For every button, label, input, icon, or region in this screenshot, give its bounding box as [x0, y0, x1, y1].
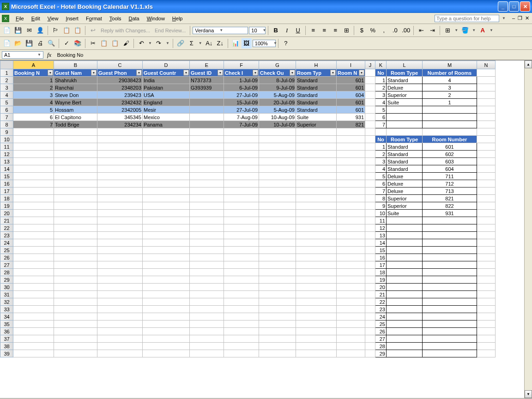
cell[interactable]	[296, 232, 337, 239]
cell[interactable]	[296, 136, 337, 143]
cell[interactable]: 2	[13, 84, 54, 91]
help-dropdown-icon[interactable]: ▼	[501, 16, 507, 20]
cell[interactable]	[296, 335, 337, 343]
cell[interactable]	[97, 202, 143, 210]
row-header-22[interactable]: 22	[0, 224, 13, 232]
cell[interactable]	[259, 165, 296, 173]
cell[interactable]: 2342005	[97, 106, 143, 114]
col-header-D[interactable]: D	[143, 61, 190, 69]
cell[interactable]	[387, 217, 423, 224]
cell[interactable]	[97, 224, 143, 232]
cell[interactable]	[224, 343, 259, 350]
cell[interactable]	[259, 269, 296, 276]
row-header-29[interactable]: 29	[0, 276, 13, 284]
cell[interactable]	[337, 269, 365, 276]
cell[interactable]: Deluxe	[387, 173, 423, 180]
cell[interactable]: 28	[375, 343, 387, 350]
cell[interactable]	[296, 202, 337, 210]
cell[interactable]: 13	[375, 232, 387, 239]
filter-dropdown-icon[interactable]: ▼	[183, 70, 189, 76]
cell[interactable]	[423, 232, 477, 239]
cell[interactable]	[13, 306, 54, 313]
chart-button[interactable]: 📊	[230, 38, 241, 48]
cell[interactable]	[224, 128, 259, 136]
cell[interactable]: 1	[13, 77, 54, 84]
cell[interactable]	[54, 128, 97, 136]
cell[interactable]	[423, 320, 477, 328]
cell[interactable]	[423, 335, 477, 343]
cell[interactable]: 10-Aug-09	[259, 114, 296, 121]
font-color-button[interactable]: A	[478, 25, 488, 36]
cell[interactable]	[387, 254, 423, 261]
cell[interactable]: 601	[337, 99, 365, 106]
cell[interactable]	[423, 343, 477, 350]
cell[interactable]	[259, 136, 296, 143]
cell[interactable]	[296, 247, 337, 254]
cell[interactable]	[296, 180, 337, 187]
cell[interactable]	[423, 298, 477, 306]
cell[interactable]	[13, 180, 54, 187]
cell[interactable]	[97, 210, 143, 217]
cell[interactable]	[190, 335, 224, 343]
spelling-button[interactable]: ✓	[61, 38, 72, 48]
cell[interactable]	[97, 313, 143, 320]
cell[interactable]	[54, 143, 97, 151]
cell[interactable]	[190, 202, 224, 210]
cell[interactable]: 9	[375, 202, 387, 210]
cell[interactable]	[143, 151, 190, 158]
cell[interactable]: 8	[375, 195, 387, 202]
booking-header[interactable]: Guest ID▼	[190, 69, 224, 77]
cell[interactable]: Superior	[387, 91, 423, 99]
cell[interactable]	[143, 276, 190, 284]
cell[interactable]: Suite	[387, 210, 423, 217]
cell[interactable]	[296, 306, 337, 313]
menu-format[interactable]: Format	[82, 14, 106, 23]
cell[interactable]	[259, 202, 296, 210]
booking-header[interactable]: Guest Phon▼	[97, 69, 143, 77]
cell[interactable]	[97, 165, 143, 173]
cell[interactable]	[13, 128, 54, 136]
cell[interactable]	[296, 261, 337, 269]
cell[interactable]: Ranchai	[54, 84, 97, 91]
cell[interactable]	[296, 313, 337, 320]
cell[interactable]: 5-Aug-09	[259, 106, 296, 114]
cell[interactable]	[296, 187, 337, 195]
cell[interactable]: 5	[375, 173, 387, 180]
cell[interactable]	[54, 343, 97, 350]
cell[interactable]	[54, 173, 97, 180]
row-header-25[interactable]: 25	[0, 247, 13, 254]
cell[interactable]	[423, 269, 477, 276]
cell[interactable]	[54, 158, 97, 165]
cell[interactable]: 345345	[97, 114, 143, 121]
cell[interactable]	[143, 128, 190, 136]
recipients-icon[interactable]: 👤	[35, 25, 45, 36]
align-center-button[interactable]: ≡	[319, 25, 329, 36]
font-select[interactable]: Verdana▼	[193, 27, 248, 34]
increase-indent-button[interactable]: ⇥	[427, 25, 437, 36]
cell[interactable]	[54, 313, 97, 320]
cell[interactable]	[337, 350, 365, 357]
col-header-J[interactable]: J	[365, 61, 375, 69]
cell[interactable]: 601	[337, 84, 365, 91]
cell[interactable]	[387, 224, 423, 232]
workbook-minimize-button[interactable]: –	[511, 15, 516, 21]
row-header-13[interactable]: 13	[0, 158, 13, 165]
decrease-indent-button[interactable]: ⇤	[416, 25, 426, 36]
cell[interactable]: USA	[143, 91, 190, 99]
cell[interactable]: 16	[375, 254, 387, 261]
cell[interactable]	[224, 291, 259, 298]
cell[interactable]	[259, 195, 296, 202]
cell[interactable]	[259, 328, 296, 335]
cell[interactable]	[143, 313, 190, 320]
cell[interactable]: 1-Jul-09	[224, 77, 259, 84]
cell[interactable]: 5	[375, 106, 387, 114]
comment-next-icon[interactable]: 📋	[61, 25, 72, 36]
cell[interactable]	[224, 269, 259, 276]
cell[interactable]	[224, 143, 259, 151]
formula-value[interactable]: Booking No	[55, 52, 85, 58]
cell[interactable]	[13, 136, 54, 143]
minimize-button[interactable]: _	[498, 1, 508, 12]
print-button[interactable]: 🖨	[35, 38, 45, 48]
row-header-7[interactable]: 7	[0, 114, 13, 121]
cell[interactable]	[259, 239, 296, 247]
